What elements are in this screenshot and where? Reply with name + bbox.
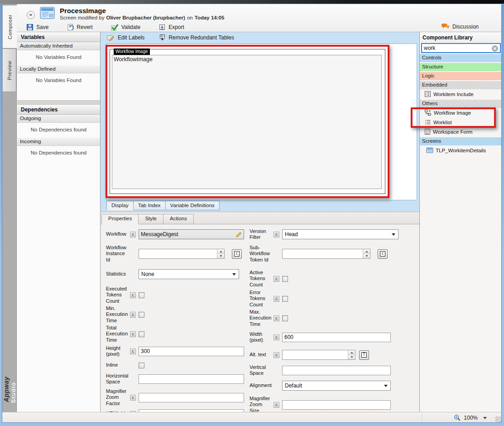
workflow-value-field[interactable]: MessageDigest — [139, 229, 244, 239]
max-execution-time-checkbox[interactable] — [282, 315, 288, 321]
sub-workflow-token-id-label: Sub-Workflow Token Id — [250, 245, 272, 263]
discussion-button[interactable]: Discussion — [441, 23, 479, 30]
content-toggle-icon[interactable]: c — [274, 276, 279, 282]
alignment-select[interactable]: Default — [282, 381, 391, 391]
edit-labels-button[interactable]: Edit Labels — [107, 34, 144, 41]
content-toggle-icon[interactable]: c — [130, 331, 136, 337]
text-resource-glyph: T — [361, 352, 367, 358]
locally-defined-section-header[interactable]: Locally Defined — [17, 65, 100, 73]
collapse-header-button[interactable] — [26, 10, 35, 21]
save-label: Save — [36, 24, 48, 30]
validate-button[interactable]: Validate — [111, 24, 140, 31]
outgoing-section-header[interactable]: Outgoing — [17, 115, 100, 123]
library-group-logic[interactable]: Logic — [420, 72, 502, 80]
component-search-box[interactable] — [421, 43, 501, 53]
tab-properties[interactable]: Properties — [101, 214, 139, 224]
executed-tokens-count-label: Executed Tokens Count — [106, 286, 129, 304]
library-item-tlp-workitemdetails[interactable]: TLP_WorkitemDetails — [420, 145, 502, 155]
content-toggle-icon[interactable]: c — [274, 232, 279, 237]
remove-redundant-tables-label: Remove Redundant Tables — [168, 34, 234, 41]
horizontal-space-input[interactable] — [139, 374, 244, 384]
tab-actions[interactable]: Actions — [163, 214, 194, 224]
content-toggle-icon[interactable]: c — [274, 315, 279, 321]
executed-tokens-count-checkbox[interactable] — [139, 292, 144, 298]
save-button[interactable]: Save — [26, 24, 48, 31]
content-toggle-icon[interactable]: c — [130, 349, 136, 354]
zoom-dropdown-caret-icon[interactable] — [483, 417, 487, 419]
tab-variable-definitions[interactable]: Variable Definitions — [165, 201, 220, 210]
remove-redundant-tables-button[interactable]: Remove Redundant Tables — [159, 34, 234, 41]
remove-redundant-tables-icon — [159, 34, 166, 41]
content-button[interactable]: c — [232, 249, 242, 259]
library-item-workspace-form[interactable]: Workspace Form — [420, 127, 502, 136]
screen-type-icon — [40, 7, 55, 21]
revert-button[interactable]: Revert — [67, 24, 92, 31]
tab-display[interactable]: Display — [106, 201, 134, 210]
content-toggle-icon[interactable]: c — [130, 395, 136, 401]
text-resource-button[interactable]: T — [359, 350, 369, 360]
resize-grip[interactable] — [495, 416, 501, 422]
search-clear-icon[interactable] — [491, 45, 499, 52]
sub-workflow-token-id-spinner[interactable] — [282, 249, 370, 259]
tab-style[interactable]: Style — [138, 214, 163, 224]
content-toggle-icon[interactable]: c — [130, 232, 136, 237]
field-workflow-instance-id: Workflow Instance Id c — [106, 244, 244, 264]
library-group-embedded[interactable]: Embedded — [420, 81, 502, 89]
incoming-section-header[interactable]: Incoming — [17, 138, 100, 146]
export-icon — [158, 24, 166, 31]
zoom-control[interactable]: 100% — [454, 414, 487, 421]
field-width-pixel: Width (pixel) c — [250, 329, 413, 345]
spinner-arrows[interactable] — [363, 249, 370, 258]
library-group-structure[interactable]: Structure — [420, 63, 502, 71]
workflow-instance-id-spinner[interactable] — [139, 249, 225, 259]
content-toggle-icon[interactable]: c — [274, 334, 279, 340]
component-selected-label[interactable]: Workflow Image — [114, 48, 150, 55]
content-toggle-icon[interactable]: c — [274, 402, 279, 408]
workflow-instance-id-input[interactable] — [139, 249, 225, 259]
rail-tab-composer[interactable]: Composer — [3, 5, 17, 48]
library-item-workitem-include[interactable]: Workitem Include — [420, 89, 502, 99]
export-button[interactable]: Export — [158, 24, 184, 31]
library-group-screens[interactable]: Screens — [420, 137, 502, 145]
total-execution-time-checkbox[interactable] — [139, 331, 144, 337]
field-sub-workflow-token-id: Sub-Workflow Token Id c — [250, 244, 413, 264]
content-toggle-icon[interactable]: c — [130, 312, 136, 318]
revert-icon — [67, 24, 74, 31]
spinner-arrows[interactable] — [217, 249, 224, 258]
magnifier-zoom-factor-input[interactable] — [139, 393, 244, 402]
auto-inherited-section-header[interactable]: Automatically Inherited — [17, 42, 100, 50]
field-magnifier-zoom-factor: Magnifier Zoom Factor c — [106, 388, 244, 407]
alt-text-input[interactable] — [282, 350, 355, 360]
width-pixel-input[interactable] — [282, 333, 391, 342]
height-pixel-input[interactable] — [139, 347, 244, 356]
min-execution-time-checkbox[interactable] — [139, 312, 144, 318]
rail-tab-preview[interactable]: Preview — [3, 48, 16, 92]
library-item-workflow-image[interactable]: Workflow Image — [420, 108, 502, 117]
field-alignment: Alignment Default — [250, 379, 413, 392]
content-toggle-icon[interactable]: c — [274, 296, 279, 302]
version-filter-label: Version Filter — [250, 228, 272, 240]
spinner-arrows[interactable] — [348, 350, 355, 359]
active-tokens-count-checkbox[interactable] — [282, 276, 288, 282]
content-glyph: c — [234, 251, 240, 257]
inline-checkbox[interactable] — [139, 363, 144, 368]
content-button[interactable]: c — [378, 249, 388, 259]
workflow-image-component[interactable]: Workflow Image WorkflowImage — [110, 49, 385, 194]
library-item-worklist[interactable]: Worklist — [420, 117, 502, 127]
edit-labels-icon — [107, 34, 115, 41]
content-toggle-icon[interactable]: c — [130, 292, 136, 298]
library-group-others[interactable]: Others — [420, 100, 502, 108]
tab-tab-index[interactable]: Tab Index — [133, 201, 166, 210]
statistics-select[interactable]: None — [139, 269, 239, 279]
library-group-controls[interactable]: Controls — [420, 54, 502, 62]
sub-workflow-token-id-input[interactable] — [282, 249, 370, 259]
component-search-input[interactable] — [422, 44, 500, 52]
edit-pencil-icon[interactable] — [235, 231, 242, 238]
magnifier-zoom-size-input[interactable] — [282, 400, 391, 410]
alt-text-spinner[interactable] — [282, 350, 355, 360]
version-filter-select[interactable]: Head — [282, 229, 398, 239]
locally-defined-empty-text: No Variables Found — [17, 73, 100, 88]
error-tokens-count-checkbox[interactable] — [282, 296, 288, 302]
vertical-space-input[interactable] — [282, 366, 391, 375]
content-toggle-icon[interactable]: c — [274, 352, 279, 358]
